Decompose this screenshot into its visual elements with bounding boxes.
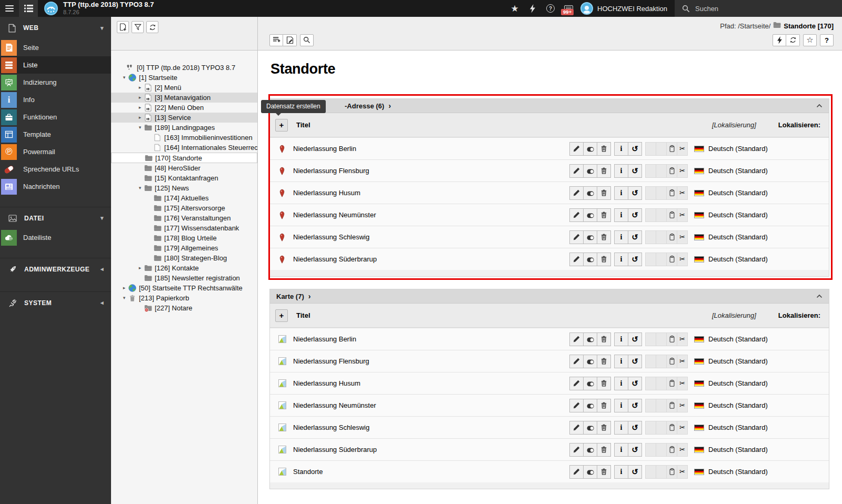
sidebar-item-funktionen[interactable]: Funktionen <box>0 108 111 126</box>
collapse-button[interactable] <box>816 104 823 108</box>
expand-toggle[interactable]: ▸ <box>136 113 144 123</box>
info-button[interactable]: i <box>614 355 628 368</box>
cut-button[interactable]: ✂ <box>677 253 688 266</box>
history-button[interactable]: ↺ <box>628 399 642 412</box>
expand-toggle[interactable]: ▾ <box>136 183 144 193</box>
chevron-right-icon[interactable]: › <box>308 292 311 300</box>
sidebar-section-system[interactable]: SYSTEM ◂ <box>0 291 111 314</box>
info-button[interactable]: i <box>614 142 628 156</box>
sidebar-item-template[interactable]: Template <box>0 126 111 143</box>
tree-node[interactable]: [175] Altersvorsorge <box>111 203 257 213</box>
history-button[interactable]: ↺ <box>628 142 642 156</box>
tree-node[interactable]: [0] TTP (ttp.de 2018) TYPO3 8.7 <box>111 63 257 73</box>
paste-button[interactable] <box>666 421 677 435</box>
tree-node[interactable]: ▾ [1] Startseite <box>111 73 257 83</box>
chevron-right-icon[interactable]: › <box>388 102 391 110</box>
expand-toggle[interactable]: ▾ <box>121 73 128 83</box>
expand-toggle[interactable]: ▸ <box>136 263 144 273</box>
hide-toggle-button[interactable] <box>583 399 597 412</box>
sidebar-item-dateiliste[interactable]: Dateiliste <box>0 229 111 246</box>
expand-toggle[interactable]: ▸ <box>136 83 144 93</box>
sidebar-section-adminwerkzeuge[interactable]: ADMINWERKZEUGE ◂ <box>0 258 111 280</box>
info-button[interactable]: i <box>614 332 628 346</box>
new-record-plus-button[interactable]: + <box>275 119 288 132</box>
edit-button[interactable] <box>569 142 584 156</box>
tree-node[interactable]: [227] Notare <box>111 303 257 313</box>
module-menu-toggle-button[interactable] <box>19 0 38 17</box>
sidebar-item-info[interactable]: i Info <box>0 91 111 108</box>
tree-node[interactable]: [185] Newsletter registration <box>111 273 257 283</box>
paste-button[interactable] <box>666 164 677 178</box>
cut-button[interactable]: ✂ <box>677 186 688 200</box>
history-button[interactable]: ↺ <box>628 186 642 200</box>
bookmark-button[interactable]: ☆ <box>803 34 817 46</box>
tree-node-selected[interactable]: [170] Standorte <box>111 153 257 163</box>
record-title[interactable]: Niederlassung Neumünster <box>293 401 569 409</box>
info-button[interactable]: i <box>614 421 628 435</box>
edit-button[interactable] <box>569 377 584 390</box>
info-button[interactable]: i <box>614 377 628 390</box>
hide-toggle-button[interactable] <box>583 377 597 390</box>
tree-node[interactable]: ▸ [50] Startseite TTP Rechtsanwälte <box>111 283 257 293</box>
delete-button[interactable] <box>597 142 611 156</box>
new-record-plus-button[interactable]: + <box>275 309 288 322</box>
user-menu[interactable]: HOCHZWEI Redaktion <box>577 0 675 17</box>
help-button[interactable]: ? <box>542 0 559 17</box>
record-title[interactable]: Niederlassung Schleswig <box>293 233 569 241</box>
record-title[interactable]: Niederlassung Schleswig <box>293 424 569 431</box>
info-button[interactable]: i <box>614 208 628 222</box>
sidebar-item-seite[interactable]: Seite <box>0 39 111 56</box>
filter-button[interactable] <box>132 21 144 33</box>
history-button[interactable]: ↺ <box>628 253 642 266</box>
delete-button[interactable] <box>597 253 611 266</box>
delete-button[interactable] <box>597 399 611 412</box>
record-title[interactable]: Niederlassung Süderbrarup <box>293 255 569 263</box>
notifications-button[interactable]: 99+ <box>559 0 577 17</box>
expand-toggle[interactable]: ▸ <box>136 103 144 113</box>
hide-toggle-button[interactable] <box>583 186 597 200</box>
tree-node[interactable]: ▸ [126] Kontakte <box>111 263 257 273</box>
clear-cache-button[interactable] <box>773 34 786 46</box>
cut-button[interactable]: ✂ <box>677 465 688 479</box>
edit-button[interactable] <box>569 164 584 178</box>
refresh-tree-button[interactable] <box>146 21 158 33</box>
record-title[interactable]: Niederlassung Berlin <box>293 145 569 153</box>
history-button[interactable]: ↺ <box>628 164 642 178</box>
cut-button[interactable]: ✂ <box>677 399 688 412</box>
record-title[interactable]: Niederlassung Neumünster <box>293 211 569 219</box>
edit-button[interactable] <box>569 253 584 266</box>
tree-node[interactable]: ▾ [213] Papierkorb <box>111 293 257 303</box>
history-button[interactable]: ↺ <box>628 443 642 457</box>
history-button[interactable]: ↺ <box>628 230 642 244</box>
delete-button[interactable] <box>597 164 611 178</box>
delete-button[interactable] <box>597 332 611 346</box>
expand-toggle[interactable]: ▾ <box>121 293 128 303</box>
info-button[interactable]: i <box>614 465 628 479</box>
clear-cache-button[interactable] <box>524 0 542 17</box>
record-title[interactable]: Niederlassung Flensburg <box>293 167 569 175</box>
tree-node[interactable]: [180] Strategen-Blog <box>111 253 257 263</box>
tree-node[interactable]: ▸ [3] Metanavigation <box>111 93 257 103</box>
record-title[interactable]: Niederlassung Flensburg <box>293 357 569 365</box>
tree-node[interactable]: [174] Aktuelles <box>111 193 257 203</box>
tree-node[interactable]: [177] Wissensdatenbank <box>111 223 257 233</box>
tree-node[interactable]: [179] Allgemeines <box>111 243 257 253</box>
info-button[interactable]: i <box>614 443 628 457</box>
sidebar-item-sprechende-urls[interactable]: Sprechende URLs <box>0 160 111 178</box>
tree-node[interactable]: ▾ [125] News <box>111 183 257 193</box>
tree-node[interactable]: [48] HeroSlider <box>111 163 257 173</box>
sidebar-section-web[interactable]: WEB ▾ <box>0 17 111 39</box>
record-title[interactable]: Niederlassung Süderbrarup <box>293 446 569 453</box>
new-page-button[interactable] <box>117 21 129 33</box>
tree-node[interactable]: ▾ [189] Landingpages <box>111 123 257 133</box>
table-title[interactable]: -Adresse (6) <box>345 102 384 110</box>
sidebar-item-nachrichten[interactable]: Nachrichten <box>0 178 111 195</box>
hide-toggle-button[interactable] <box>583 253 597 266</box>
tree-node[interactable]: [176] Veranstaltungen <box>111 213 257 223</box>
cut-button[interactable]: ✂ <box>677 230 688 244</box>
sidebar-item-indizierung[interactable]: Indizierung <box>0 74 111 91</box>
menu-toggle-button[interactable] <box>0 0 19 17</box>
hide-toggle-button[interactable] <box>583 443 597 457</box>
cut-button[interactable]: ✂ <box>677 208 688 222</box>
edit-button[interactable] <box>569 230 584 244</box>
